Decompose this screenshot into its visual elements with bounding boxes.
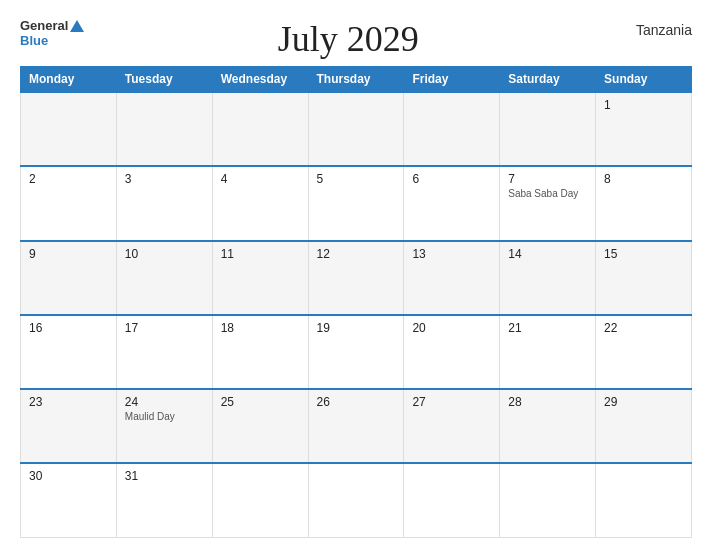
calendar-cell-r4-c2: 25 xyxy=(212,389,308,463)
calendar-cell-r0-c1 xyxy=(116,92,212,166)
calendar-cell-r3-c2: 18 xyxy=(212,315,308,389)
day-number: 25 xyxy=(221,395,234,409)
day-number: 14 xyxy=(508,247,521,261)
holiday-name: Maulid Day xyxy=(125,411,175,422)
day-number: 7 xyxy=(508,172,515,186)
calendar-cell-r4-c4: 27 xyxy=(404,389,500,463)
month-title: July 2029 xyxy=(84,18,612,60)
calendar-col-friday: Friday xyxy=(404,67,500,93)
calendar-col-sunday: Sunday xyxy=(596,67,692,93)
calendar-cell-r3-c3: 19 xyxy=(308,315,404,389)
calendar-row-5: 3031 xyxy=(21,463,692,537)
calendar-row-1: 234567Saba Saba Day8 xyxy=(21,166,692,240)
calendar-cell-r1-c4: 6 xyxy=(404,166,500,240)
calendar-cell-r5-c1: 31 xyxy=(116,463,212,537)
calendar-row-4: 2324Maulid Day2526272829 xyxy=(21,389,692,463)
calendar-cell-r2-c6: 15 xyxy=(596,241,692,315)
calendar-cell-r4-c3: 26 xyxy=(308,389,404,463)
calendar-cell-r3-c1: 17 xyxy=(116,315,212,389)
day-number: 20 xyxy=(412,321,425,335)
calendar-table: MondayTuesdayWednesdayThursdayFridaySatu… xyxy=(20,66,692,538)
calendar-cell-r4-c5: 28 xyxy=(500,389,596,463)
calendar-cell-r3-c4: 20 xyxy=(404,315,500,389)
calendar-col-thursday: Thursday xyxy=(308,67,404,93)
day-number: 17 xyxy=(125,321,138,335)
calendar-cell-r5-c4 xyxy=(404,463,500,537)
logo-general-text: General xyxy=(20,18,68,33)
day-number: 3 xyxy=(125,172,132,186)
calendar-row-2: 9101112131415 xyxy=(21,241,692,315)
calendar-cell-r1-c2: 4 xyxy=(212,166,308,240)
calendar-cell-r1-c5: 7Saba Saba Day xyxy=(500,166,596,240)
calendar-cell-r1-c1: 3 xyxy=(116,166,212,240)
day-number: 13 xyxy=(412,247,425,261)
day-number: 16 xyxy=(29,321,42,335)
calendar-cell-r5-c2 xyxy=(212,463,308,537)
calendar-cell-r3-c6: 22 xyxy=(596,315,692,389)
header: General Blue July 2029 Tanzania xyxy=(20,18,692,60)
calendar-cell-r0-c3 xyxy=(308,92,404,166)
day-number: 24 xyxy=(125,395,138,409)
day-number: 30 xyxy=(29,469,42,483)
calendar-body: 1234567Saba Saba Day89101112131415161718… xyxy=(21,92,692,538)
day-number: 26 xyxy=(317,395,330,409)
logo: General Blue xyxy=(20,18,84,48)
calendar-cell-r0-c5 xyxy=(500,92,596,166)
country-label: Tanzania xyxy=(612,18,692,38)
day-number: 23 xyxy=(29,395,42,409)
day-number: 19 xyxy=(317,321,330,335)
day-number: 27 xyxy=(412,395,425,409)
day-number: 2 xyxy=(29,172,36,186)
calendar-col-saturday: Saturday xyxy=(500,67,596,93)
calendar-cell-r1-c0: 2 xyxy=(21,166,117,240)
day-number: 9 xyxy=(29,247,36,261)
calendar-cell-r2-c4: 13 xyxy=(404,241,500,315)
day-number: 6 xyxy=(412,172,419,186)
day-number: 1 xyxy=(604,98,611,112)
calendar-cell-r2-c1: 10 xyxy=(116,241,212,315)
calendar-row-0: 1 xyxy=(21,92,692,166)
calendar-cell-r0-c6: 1 xyxy=(596,92,692,166)
day-number: 12 xyxy=(317,247,330,261)
day-number: 21 xyxy=(508,321,521,335)
calendar-cell-r0-c2 xyxy=(212,92,308,166)
logo-blue-text: Blue xyxy=(20,33,84,48)
calendar-cell-r0-c4 xyxy=(404,92,500,166)
day-number: 5 xyxy=(317,172,324,186)
calendar-header-row: MondayTuesdayWednesdayThursdayFridaySatu… xyxy=(21,67,692,93)
calendar-header: MondayTuesdayWednesdayThursdayFridaySatu… xyxy=(21,67,692,93)
calendar-cell-r2-c0: 9 xyxy=(21,241,117,315)
calendar-col-monday: Monday xyxy=(21,67,117,93)
calendar-cell-r2-c5: 14 xyxy=(500,241,596,315)
day-number: 15 xyxy=(604,247,617,261)
calendar-cell-r4-c1: 24Maulid Day xyxy=(116,389,212,463)
calendar-cell-r4-c0: 23 xyxy=(21,389,117,463)
calendar-row-3: 16171819202122 xyxy=(21,315,692,389)
day-number: 22 xyxy=(604,321,617,335)
day-number: 8 xyxy=(604,172,611,186)
calendar-cell-r0-c0 xyxy=(21,92,117,166)
calendar-cell-r3-c5: 21 xyxy=(500,315,596,389)
logo-triangle-icon xyxy=(70,20,84,32)
calendar-cell-r5-c6 xyxy=(596,463,692,537)
day-number: 11 xyxy=(221,247,234,261)
day-number: 18 xyxy=(221,321,234,335)
day-number: 29 xyxy=(604,395,617,409)
calendar-col-tuesday: Tuesday xyxy=(116,67,212,93)
calendar-cell-r5-c3 xyxy=(308,463,404,537)
calendar-cell-r4-c6: 29 xyxy=(596,389,692,463)
calendar-cell-r1-c6: 8 xyxy=(596,166,692,240)
holiday-name: Saba Saba Day xyxy=(508,188,578,199)
day-number: 10 xyxy=(125,247,138,261)
calendar-cell-r1-c3: 5 xyxy=(308,166,404,240)
calendar-cell-r2-c3: 12 xyxy=(308,241,404,315)
calendar-cell-r3-c0: 16 xyxy=(21,315,117,389)
calendar-cell-r5-c0: 30 xyxy=(21,463,117,537)
day-number: 31 xyxy=(125,469,138,483)
calendar-cell-r2-c2: 11 xyxy=(212,241,308,315)
day-number: 4 xyxy=(221,172,228,186)
day-number: 28 xyxy=(508,395,521,409)
calendar-cell-r5-c5 xyxy=(500,463,596,537)
calendar-col-wednesday: Wednesday xyxy=(212,67,308,93)
